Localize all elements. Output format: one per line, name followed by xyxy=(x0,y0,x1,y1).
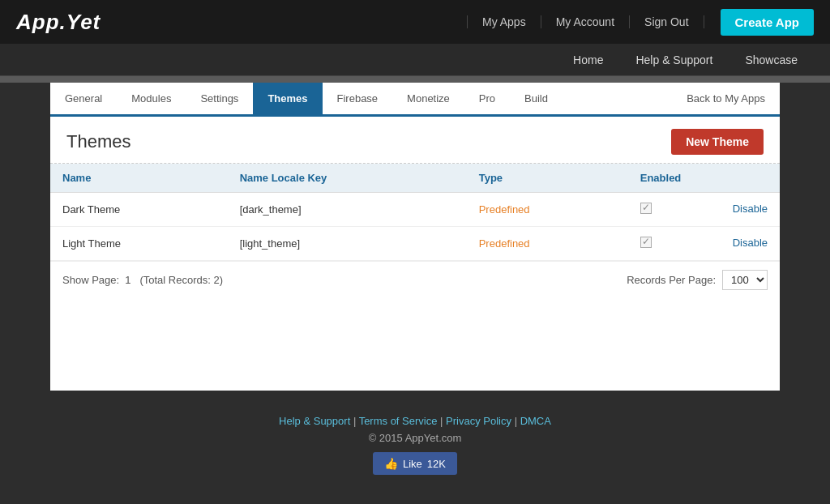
footer-terms[interactable]: Terms of Service xyxy=(359,415,438,427)
row-locale-key: [dark_theme] xyxy=(228,193,467,227)
page-header: Themes New Theme xyxy=(50,117,780,164)
logo: App.Yet xyxy=(16,10,101,35)
tab-nav: General Modules Settings Themes Firebase… xyxy=(50,83,780,117)
tab-settings[interactable]: Settings xyxy=(186,83,253,114)
my-account-link[interactable]: My Account xyxy=(541,15,630,28)
tab-themes[interactable]: Themes xyxy=(253,83,322,114)
row-enabled: Disable xyxy=(628,193,780,227)
enabled-checkbox[interactable] xyxy=(640,237,652,248)
tab-back-to-my-apps[interactable]: Back to My Apps xyxy=(672,83,780,114)
pagination-info: Show Page: 1 (Total Records: 2) xyxy=(62,274,223,286)
row-type: Predefined xyxy=(467,193,628,227)
disable-link[interactable]: Disable xyxy=(733,237,768,249)
top-bar-right: My Apps My Account Sign Out Create App xyxy=(467,9,814,36)
pagination-row: Show Page: 1 (Total Records: 2) Records … xyxy=(50,261,780,298)
total-records: (Total Records: 2) xyxy=(139,274,223,286)
tab-build[interactable]: Build xyxy=(510,83,563,114)
like-count: 12K xyxy=(427,458,446,470)
records-per-page-label: Records Per Page: xyxy=(627,274,716,286)
tab-general[interactable]: General xyxy=(50,83,117,114)
main-content: General Modules Settings Themes Firebase… xyxy=(50,83,780,391)
tab-modules[interactable]: Modules xyxy=(117,83,186,114)
col-enabled: Enabled xyxy=(628,164,780,193)
secondary-nav: Home Help & Support Showcase xyxy=(0,44,830,76)
show-page-label: Show Page: xyxy=(62,274,119,286)
sign-out-link[interactable]: Sign Out xyxy=(630,15,704,28)
table-row: Dark Theme [dark_theme] Predefined Disab… xyxy=(50,193,780,227)
enabled-checkbox[interactable] xyxy=(640,203,652,214)
like-label: Like xyxy=(403,458,422,470)
footer-help-support[interactable]: Help & Support xyxy=(279,415,350,427)
footer: Help & Support | Terms of Service | Priv… xyxy=(0,391,830,491)
create-app-button[interactable]: Create App xyxy=(721,9,814,36)
top-bar: App.Yet My Apps My Account Sign Out Crea… xyxy=(0,0,830,44)
records-per-page-select[interactable]: 100 50 25 xyxy=(722,270,768,290)
tab-firebase[interactable]: Firebase xyxy=(323,83,393,114)
home-link[interactable]: Home xyxy=(557,44,619,76)
col-name: Name xyxy=(50,164,228,193)
row-name: Dark Theme xyxy=(50,193,228,227)
new-theme-button[interactable]: New Theme xyxy=(671,129,764,155)
records-per-page: Records Per Page: 100 50 25 xyxy=(627,270,768,290)
footer-sep-1: | xyxy=(353,415,359,427)
page-number: 1 xyxy=(125,274,130,286)
tab-pro[interactable]: Pro xyxy=(464,83,510,114)
table-row: Light Theme [light_theme] Predefined Dis… xyxy=(50,227,780,261)
footer-dmca[interactable]: DMCA xyxy=(520,415,551,427)
table-header-row: Name Name Locale Key Type Enabled xyxy=(50,164,780,193)
disable-link[interactable]: Disable xyxy=(733,203,768,215)
tab-monetize[interactable]: Monetize xyxy=(392,83,464,114)
page-title: Themes xyxy=(66,131,130,152)
row-name: Light Theme xyxy=(50,227,228,261)
footer-links: Help & Support | Terms of Service | Priv… xyxy=(0,415,830,427)
themes-table: Name Name Locale Key Type Enabled Dark T… xyxy=(50,164,780,261)
row-type: Predefined xyxy=(467,227,628,261)
footer-sep-3: | xyxy=(515,415,520,427)
col-locale-key: Name Locale Key xyxy=(228,164,467,193)
help-support-link[interactable]: Help & Support xyxy=(619,44,729,76)
like-button[interactable]: 👍 Like 12K xyxy=(373,452,457,475)
showcase-link[interactable]: Showcase xyxy=(729,44,814,76)
row-enabled: Disable xyxy=(628,227,780,261)
my-apps-link[interactable]: My Apps xyxy=(467,15,541,28)
col-type: Type xyxy=(467,164,628,193)
thumbs-up-icon: 👍 xyxy=(384,457,398,470)
gray-band xyxy=(0,76,830,83)
row-locale-key: [light_theme] xyxy=(228,227,467,261)
footer-privacy[interactable]: Privacy Policy xyxy=(446,415,511,427)
footer-copyright: © 2015 AppYet.com xyxy=(0,432,830,444)
